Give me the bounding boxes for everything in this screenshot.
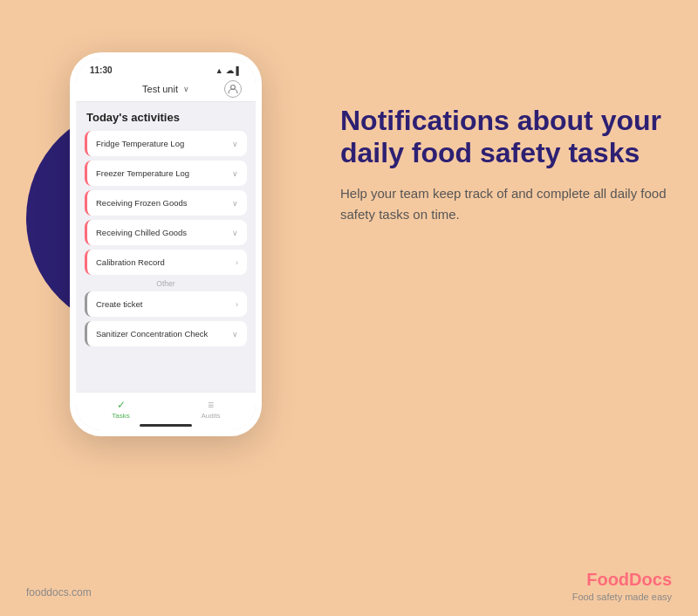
chevron-down-icon: ∨: [232, 199, 238, 208]
tab-label: Audits: [201, 412, 220, 420]
status-bar: 11:30 ▲ ☁ ▌: [76, 58, 256, 79]
brand-name: FoodDocs: [572, 570, 672, 590]
list-item[interactable]: Create ticket ›: [85, 291, 247, 317]
subtext: Help your team keep track of and complet…: [340, 183, 672, 225]
phone-mockup: 11:30 ▲ ☁ ▌ Test unit ∨ Today's activiti…: [70, 52, 262, 436]
nav-bar: Test unit ∨: [76, 79, 256, 102]
brand-part1: Food: [586, 570, 629, 589]
item-label: Calibration Record: [96, 257, 165, 267]
list-item[interactable]: Receiving Frozen Goods ∨: [85, 190, 247, 216]
status-icons: ▲ ☁ ▌: [216, 66, 242, 75]
list-item[interactable]: Sanitizer Concentration Check ∨: [85, 321, 247, 346]
signal-icon: ▲: [216, 66, 223, 75]
chevron-right-icon: ›: [236, 300, 238, 309]
chevron-down-icon: ∨: [232, 140, 238, 148]
phone-content: Today's activities Fridge Temperature Lo…: [76, 102, 256, 395]
tab-label: Tasks: [112, 412, 129, 420]
list-item[interactable]: Receiving Chilled Goods ∨: [85, 220, 247, 245]
chevron-down-icon[interactable]: ∨: [183, 85, 189, 93]
footer-brand: FoodDocs Food safety made easy: [572, 570, 672, 602]
list-item[interactable]: Fridge Temperature Log ∨: [85, 131, 247, 156]
section-label: Other: [85, 279, 247, 288]
tab-audits[interactable]: ≡ Audits: [166, 393, 256, 425]
activities-title: Today's activities: [85, 111, 247, 124]
chevron-down-icon: ∨: [232, 169, 238, 178]
profile-icon[interactable]: [224, 80, 242, 98]
chevron-down-icon: ∨: [232, 330, 238, 339]
list-item[interactable]: Freezer Temperature Log ∨: [85, 161, 247, 186]
right-content: Notifications about your daily food safe…: [340, 105, 672, 225]
tasks-icon: ✓: [117, 399, 126, 411]
home-indicator: [140, 424, 192, 427]
chevron-down-icon: ∨: [232, 229, 238, 237]
unit-label[interactable]: Test unit: [142, 84, 178, 94]
phone-body: 11:30 ▲ ☁ ▌ Test unit ∨ Today's activiti…: [70, 52, 262, 436]
item-label: Create ticket: [96, 299, 142, 309]
item-label: Fridge Temperature Log: [96, 139, 184, 148]
battery-icon: ▌: [236, 66, 242, 75]
audits-icon: ≡: [208, 399, 214, 411]
brand-tagline: Food safety made easy: [572, 592, 672, 602]
headline: Notifications about your daily food safe…: [340, 105, 672, 169]
brand-part2: Docs: [629, 570, 672, 589]
item-label: Receiving Frozen Goods: [96, 198, 188, 208]
wifi-icon: ☁: [226, 66, 234, 75]
chevron-right-icon: ›: [236, 258, 238, 267]
item-label: Sanitizer Concentration Check: [96, 329, 208, 339]
item-label: Freezer Temperature Log: [96, 168, 189, 178]
item-label: Receiving Chilled Goods: [96, 228, 187, 237]
time-display: 11:30: [90, 65, 113, 75]
tab-tasks[interactable]: ✓ Tasks: [76, 393, 166, 425]
list-item[interactable]: Calibration Record ›: [85, 250, 247, 275]
footer-website: fooddocs.com: [26, 586, 92, 599]
